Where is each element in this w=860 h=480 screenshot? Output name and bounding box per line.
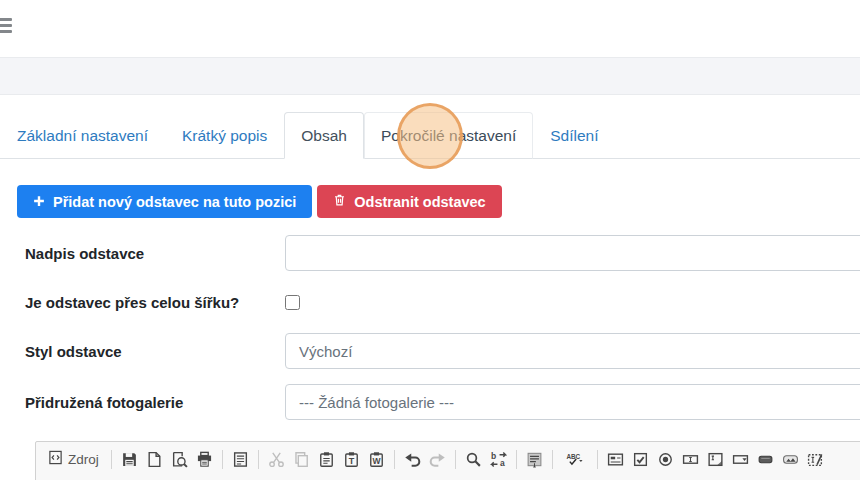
paste-text-button[interactable]: T [339, 447, 364, 471]
textarea-field-button[interactable] [703, 447, 728, 471]
svg-text:b: b [491, 451, 496, 461]
paragraph-style-select[interactable]: Výchozí [285, 333, 860, 369]
cut-icon [268, 451, 285, 468]
templates-icon [232, 451, 249, 468]
spell-check-icon: ABC [566, 451, 583, 468]
replace-icon: ba [490, 451, 507, 468]
find-button[interactable] [461, 447, 486, 471]
plus-icon [33, 194, 45, 210]
toolbar-separator [552, 450, 553, 469]
svg-text:W: W [372, 456, 381, 466]
svg-text:T: T [349, 456, 355, 466]
preview-button[interactable] [167, 447, 192, 471]
tab-sdileni[interactable]: Sdílení [533, 112, 615, 159]
undo-button[interactable] [400, 447, 425, 471]
copy-button [289, 447, 314, 471]
paste-text-icon: T [343, 451, 360, 468]
field-label: Přidružená fotogalerie [25, 394, 285, 411]
button-field-icon [757, 451, 774, 468]
tab-kratky-popis[interactable]: Krátký popis [165, 112, 284, 159]
cut-button [264, 447, 289, 471]
paste-icon [318, 451, 335, 468]
redo-button [425, 447, 450, 471]
new-page-icon [146, 451, 163, 468]
paste-button[interactable] [314, 447, 339, 471]
radio-field-button[interactable] [653, 447, 678, 471]
field-row-styl: Styl odstavce Výchozí [25, 333, 860, 369]
field-row-fotogalerie: Přidružená fotogalerie --- Žádná fotogal… [25, 384, 860, 420]
full-width-checkbox[interactable] [285, 295, 300, 310]
tab-bar: Základní nastavení Krátký popis Obsah Po… [0, 112, 860, 159]
hamburger-menu-icon[interactable] [0, 18, 12, 36]
button-field-button[interactable] [753, 447, 778, 471]
select-field-icon [732, 451, 749, 468]
image-button-button[interactable] [778, 447, 803, 471]
paragraph-title-input[interactable] [285, 235, 860, 271]
preview-icon [171, 451, 188, 468]
paste-from-word-icon: W [368, 451, 385, 468]
add-paragraph-button[interactable]: Přidat nový odstavec na tuto pozici [17, 185, 312, 218]
print-icon [196, 451, 213, 468]
new-page-button[interactable] [142, 447, 167, 471]
spell-check-button[interactable]: ABC [558, 447, 592, 471]
copy-icon [293, 451, 310, 468]
tab-pokrocile-nastaveni[interactable]: Pokročilé nastavení [364, 112, 533, 159]
toolbar-separator [222, 450, 223, 469]
tab-content: Přidat nový odstavec na tuto pozici Odst… [0, 185, 860, 480]
checkbox-field-button[interactable] [628, 447, 653, 471]
select-all-button[interactable] [522, 447, 547, 471]
source-button[interactable]: Zdroj [41, 447, 106, 471]
tab-zakladni-nastaveni[interactable]: Základní nastavení [0, 112, 165, 159]
tab-obsah[interactable]: Obsah [284, 112, 364, 159]
text-field-icon [682, 451, 699, 468]
undo-icon [404, 451, 421, 468]
svg-text:ABC: ABC [567, 453, 581, 460]
richtext-editor-toolbar: Zdroj T W [35, 441, 860, 480]
field-label: Styl odstavce [25, 343, 285, 360]
redo-icon [429, 451, 446, 468]
toolbar-separator [597, 450, 598, 469]
photo-gallery-select[interactable]: --- Žádná fotogalerie --- [285, 384, 860, 420]
trash-icon [333, 193, 346, 210]
select-all-icon [526, 451, 543, 468]
save-icon [121, 451, 138, 468]
top-bar [0, 0, 860, 57]
toolbar-separator [258, 450, 259, 469]
find-icon [465, 451, 482, 468]
paste-from-word-button[interactable]: W [364, 447, 389, 471]
text-field-button[interactable] [678, 447, 703, 471]
print-button[interactable] [192, 447, 217, 471]
form-button[interactable] [603, 447, 628, 471]
image-button-icon [782, 451, 799, 468]
hidden-field-button[interactable] [803, 447, 828, 471]
field-row-fullwidth: Je odstavec přes celou šířku? [25, 292, 860, 312]
toolbar-separator [455, 450, 456, 469]
radio-field-icon [657, 451, 674, 468]
textarea-field-icon [707, 451, 724, 468]
remove-paragraph-button[interactable]: Odstranit odstavec [317, 185, 501, 218]
replace-button[interactable]: ba [486, 447, 511, 471]
svg-text:a: a [500, 458, 505, 468]
paragraph-actions: Přidat nový odstavec na tuto pozici Odst… [17, 185, 860, 218]
field-label: Nadpis odstavce [25, 245, 285, 262]
save-button[interactable] [117, 447, 142, 471]
select-field-button[interactable] [728, 447, 753, 471]
field-label: Je odstavec přes celou šířku? [25, 294, 285, 311]
form-icon [607, 451, 624, 468]
toolbar-separator [111, 450, 112, 469]
field-row-nadpis: Nadpis odstavce [25, 235, 860, 271]
toolbar-separator [516, 450, 517, 469]
templates-button[interactable] [228, 447, 253, 471]
toolbar-separator [394, 450, 395, 469]
toolbar-strip [0, 57, 860, 95]
checkbox-field-icon [632, 451, 649, 468]
hidden-field-icon [807, 451, 824, 468]
source-icon [48, 450, 63, 468]
